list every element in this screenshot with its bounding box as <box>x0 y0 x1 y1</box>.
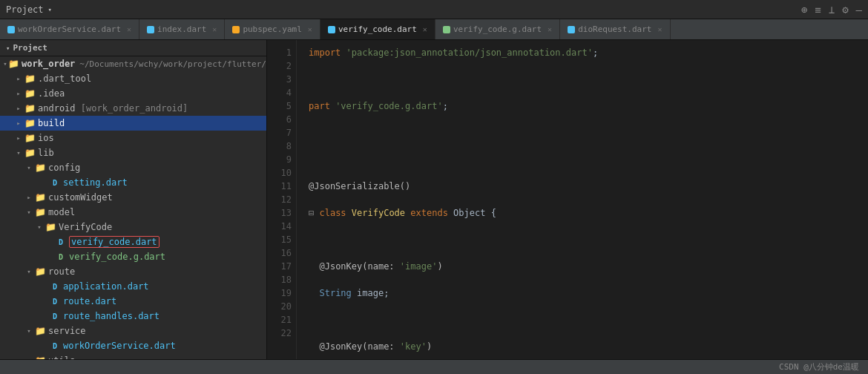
spacer: ▸ <box>39 298 49 305</box>
tree-item-idea[interactable]: ▸ 📁 .idea <box>0 86 266 101</box>
tree-item-route-dart[interactable]: ▸ D route.dart <box>0 294 266 309</box>
tree-item-android[interactable]: ▸ 📁 android [work_order_android] <box>0 101 266 116</box>
code-line-5 <box>309 153 856 166</box>
chevron-right-icon: ▸ <box>13 105 24 112</box>
tab-dioRequest[interactable]: dioRequest.dart ✕ <box>560 19 670 39</box>
tree-label: build <box>38 118 65 128</box>
tree-item-config[interactable]: ▾ 📁 config <box>0 160 266 175</box>
chevron-right-icon: ▸ <box>13 119 24 127</box>
tab-label: verify_code.g.dart <box>453 24 542 34</box>
tree-item-verify-code[interactable]: ▸ D verify_code.dart <box>0 234 266 249</box>
chevron-right-icon: ▸ <box>13 75 24 82</box>
tabs-bar: workOrderService.dart ✕ index.dart ✕ pub… <box>0 19 868 40</box>
folder-icon: 📁 <box>24 102 36 114</box>
tree-item-setting[interactable]: ▸ D setting.dart <box>0 175 266 190</box>
settings-icon[interactable]: ⚙ <box>842 4 848 16</box>
close-icon[interactable]: ✕ <box>423 25 427 33</box>
dart-file-icon: D <box>49 177 61 188</box>
close-icon[interactable]: ✕ <box>657 25 662 33</box>
top-bar-icons: ⊕ ≡ ⊥ ⚙ — <box>801 4 862 16</box>
code-line-10: String image; <box>309 286 856 300</box>
folder-icon: 📁 <box>34 162 46 174</box>
code-line-3: part 'verify_code.g.dart'; <box>309 99 856 113</box>
tab-index[interactable]: index.dart ✕ <box>139 19 225 39</box>
sidebar: ▾ Project ▾ 📁 work_order ~/Documents/wch… <box>0 40 267 359</box>
chevron-down-icon: ▾ <box>24 209 34 216</box>
editor[interactable]: 1 2 3 4 5 6 7 8 9 10 11 12 13 14 15 16 1… <box>267 40 868 359</box>
tree-item-route-handles[interactable]: ▸ D route_handles.dart <box>0 309 266 324</box>
chevron-right-icon: ▸ <box>24 194 34 201</box>
sidebar-chevron: ▾ <box>6 45 10 52</box>
tree-item-verify-code-g[interactable]: ▸ D verify_code.g.dart <box>0 249 266 264</box>
close-icon[interactable]: ✕ <box>548 25 552 33</box>
chevron-down-icon: ▾ <box>24 327 34 335</box>
dart-file-icon: D <box>49 295 61 307</box>
bottom-bar: CSDN @八分钟de温暖 <box>0 359 868 374</box>
dart-icon <box>7 26 15 33</box>
top-bar-left: Project ▾ <box>6 4 52 15</box>
tree-item-utils[interactable]: ▾ 📁 utils <box>0 353 266 359</box>
tab-verify-code[interactable]: verify_code.dart ✕ <box>320 19 435 39</box>
tree-item-VerifyCode[interactable]: ▾ 📁 VerifyCode <box>0 220 266 234</box>
editor-content: 1 2 3 4 5 6 7 8 9 10 11 12 13 14 15 16 1… <box>267 40 868 359</box>
tree-label: .dart_tool <box>38 73 91 84</box>
tree-item-service[interactable]: ▾ 📁 service <box>0 324 266 338</box>
tree-item-build[interactable]: ▸ 📁 build <box>0 116 266 131</box>
code-area[interactable]: import 'package:json_annotation/json_ann… <box>297 40 868 359</box>
chevron-down-icon: ▾ <box>13 149 24 157</box>
add-icon[interactable]: ⊕ <box>801 4 807 16</box>
sidebar-header: ▾ Project <box>0 40 266 56</box>
close-icon[interactable]: ✕ <box>127 25 131 33</box>
chevron-down-icon: ▾ <box>34 223 45 231</box>
close-icon[interactable]: ✕ <box>212 25 217 33</box>
tree-label: application.dart <box>63 281 149 292</box>
tree-item-lib[interactable]: ▾ 📁 lib <box>0 145 266 160</box>
code-line-1: import 'package:json_annotation/json_ann… <box>309 46 856 59</box>
spacer: ▸ <box>39 342 49 350</box>
tree-label: VerifyCode <box>59 222 112 232</box>
tree-label: ios <box>38 133 54 143</box>
top-bar: Project ▾ ⊕ ≡ ⊥ ⚙ — <box>0 0 868 19</box>
tree-item-dart-tool[interactable]: ▸ 📁 .dart_tool <box>0 71 266 86</box>
tree-item-application[interactable]: ▸ D application.dart <box>0 279 266 294</box>
tab-workOrderService[interactable]: workOrderService.dart ✕ <box>0 19 139 39</box>
tab-label: dioRequest.dart <box>578 24 651 34</box>
sidebar-title: Project <box>13 43 47 53</box>
tree-label: lib <box>38 148 54 158</box>
tab-verify-code-g[interactable]: verify_code.g.dart ✕ <box>435 19 560 39</box>
project-label[interactable]: Project <box>6 4 44 15</box>
spacer: ▸ <box>39 179 49 186</box>
tree-label: route.dart <box>63 296 116 306</box>
tab-label: index.dart <box>157 24 206 34</box>
tab-label: pubspec.yaml <box>243 24 301 34</box>
tree-item-root[interactable]: ▾ 📁 work_order ~/Documents/wchy/work/pro… <box>0 56 266 71</box>
tree-label: verify_code.g.dart <box>69 252 165 262</box>
list-icon[interactable]: ≡ <box>815 4 821 16</box>
close-icon[interactable]: ✕ <box>308 25 312 33</box>
minimize-icon[interactable]: — <box>856 4 862 16</box>
tree-item-route[interactable]: ▾ 📁 route <box>0 264 266 279</box>
folder-icon: 📁 <box>34 206 46 218</box>
tree-label: android [work_order_android] <box>38 103 188 114</box>
tree-item-workOrderService[interactable]: ▸ D workOrderService.dart <box>0 338 266 353</box>
tab-pubspec[interactable]: pubspec.yaml ✕ <box>225 19 320 39</box>
tree-label: config <box>48 163 80 173</box>
tree-label: route_handles.dart <box>63 311 160 321</box>
spacer: ▸ <box>39 312 49 320</box>
sort-icon[interactable]: ⊥ <box>829 4 835 16</box>
tree-label: service <box>48 326 86 336</box>
folder-icon: 📁 <box>34 266 46 278</box>
code-line-11 <box>309 313 856 327</box>
dart-icon <box>147 26 154 33</box>
tree-item-customWidget[interactable]: ▸ 📁 customWidget <box>0 190 266 205</box>
folder-icon: 📁 <box>45 221 56 233</box>
tree-label: customWidget <box>48 192 113 203</box>
tree-item-ios[interactable]: ▸ 📁 ios <box>0 131 266 145</box>
tab-label: workOrderService.dart <box>18 24 121 34</box>
dart-file-icon: D <box>55 236 67 248</box>
folder-icon: 📁 <box>24 73 36 85</box>
folder-icon: 📁 <box>24 147 36 159</box>
tree-path: ~/Documents/wchy/work/project/flutter/ <box>79 59 266 69</box>
tree-item-model[interactable]: ▾ 📁 model <box>0 205 266 220</box>
dart-icon <box>328 26 335 33</box>
